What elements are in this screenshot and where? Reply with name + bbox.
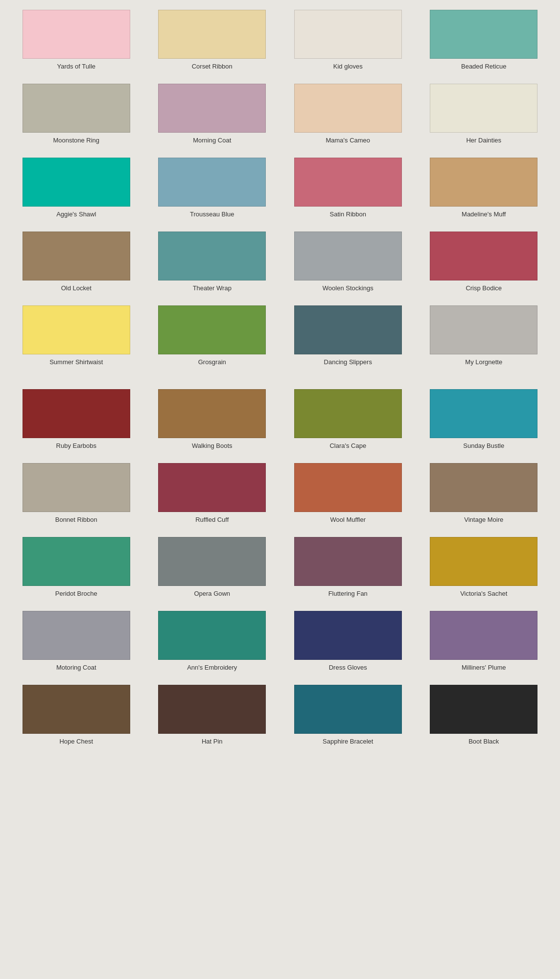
color-item-summer-shirtwaist[interactable]: Summer Shirtwaist [11, 305, 142, 366]
color-label-ruby-earbobs: Ruby Earbobs [56, 442, 96, 449]
color-swatch-sapphire-bracelet [294, 685, 402, 734]
color-item-corset-ribbon[interactable]: Corset Ribbon [147, 10, 278, 70]
color-swatch-old-locket [23, 232, 130, 280]
color-item-yards-of-tulle[interactable]: Yards of Tulle [11, 10, 142, 70]
color-swatch-satin-ribbon [294, 158, 402, 207]
color-swatch-fluttering-fan [294, 537, 402, 586]
color-label-kid-gloves: Kid gloves [333, 63, 363, 70]
color-item-woolen-stockings[interactable]: Woolen Stockings [282, 232, 414, 292]
color-label-sunday-bustle: Sunday Bustle [463, 442, 504, 449]
color-swatch-bonnet-ribbon [23, 463, 130, 512]
color-swatch-sunday-bustle [430, 389, 537, 438]
color-label-milliners-plume: Milliners' Plume [462, 664, 506, 671]
color-swatch-aggies-shawl [23, 158, 130, 207]
color-swatch-trousseau-blue [158, 158, 266, 207]
color-swatch-hope-chest [23, 685, 130, 734]
row-spacer [11, 379, 549, 384]
color-item-sapphire-bracelet[interactable]: Sapphire Bracelet [282, 685, 414, 745]
color-item-walking-boots[interactable]: Walking Boots [147, 389, 278, 449]
color-label-old-locket: Old Locket [61, 284, 92, 292]
color-label-grosgrain: Grosgrain [198, 358, 226, 366]
color-item-bonnet-ribbon[interactable]: Bonnet Ribbon [11, 463, 142, 523]
color-item-beaded-reticue[interactable]: Beaded Reticue [419, 10, 550, 70]
color-item-vintage-moire[interactable]: Vintage Moire [419, 463, 550, 523]
color-item-sunday-bustle[interactable]: Sunday Bustle [419, 389, 550, 449]
color-item-hat-pin[interactable]: Hat Pin [147, 685, 278, 745]
color-swatch-boot-black [430, 685, 537, 734]
color-label-fluttering-fan: Fluttering Fan [328, 590, 368, 597]
color-label-walking-boots: Walking Boots [192, 442, 233, 449]
color-item-moonstone-ring[interactable]: Moonstone Ring [11, 84, 142, 144]
color-item-peridot-broche[interactable]: Peridot Broche [11, 537, 142, 597]
color-swatch-hat-pin [158, 685, 266, 734]
color-label-crisp-bodice: Crisp Bodice [466, 284, 502, 292]
color-item-hope-chest[interactable]: Hope Chest [11, 685, 142, 745]
color-item-theater-wrap[interactable]: Theater Wrap [147, 232, 278, 292]
color-item-her-dainties[interactable]: Her Dainties [419, 84, 550, 144]
color-swatch-yards-of-tulle [23, 10, 130, 59]
color-swatch-milliners-plume [430, 611, 537, 660]
color-swatch-beaded-reticue [430, 10, 537, 59]
color-swatch-motoring-coat [23, 611, 130, 660]
color-swatch-vintage-moire [430, 463, 537, 512]
color-label-hope-chest: Hope Chest [59, 738, 93, 745]
color-item-madelines-muff[interactable]: Madeline's Muff [419, 158, 550, 218]
color-item-kid-gloves[interactable]: Kid gloves [282, 10, 414, 70]
color-label-dancing-slippers: Dancing Slippers [324, 358, 372, 366]
color-item-trousseau-blue[interactable]: Trousseau Blue [147, 158, 278, 218]
color-swatch-ruby-earbobs [23, 389, 130, 438]
color-swatch-summer-shirtwaist [23, 305, 130, 354]
color-item-boot-black[interactable]: Boot Black [419, 685, 550, 745]
color-swatch-grosgrain [158, 305, 266, 354]
color-item-grosgrain[interactable]: Grosgrain [147, 305, 278, 366]
color-label-moonstone-ring: Moonstone Ring [53, 137, 99, 144]
color-label-opera-gown: Opera Gown [194, 590, 230, 597]
color-item-morning-coat[interactable]: Morning Coat [147, 84, 278, 144]
color-item-crisp-bodice[interactable]: Crisp Bodice [419, 232, 550, 292]
color-item-mamas-cameo[interactable]: Mama's Cameo [282, 84, 414, 144]
color-item-motoring-coat[interactable]: Motoring Coat [11, 611, 142, 671]
color-item-anns-embroidery[interactable]: Ann's Embroidery [147, 611, 278, 671]
color-item-ruby-earbobs[interactable]: Ruby Earbobs [11, 389, 142, 449]
color-label-yards-of-tulle: Yards of Tulle [57, 63, 95, 70]
color-swatch-victorias-sachet [430, 537, 537, 586]
color-swatch-crisp-bodice [430, 232, 537, 280]
color-label-my-lorgnette: My Lorgnette [465, 358, 502, 366]
color-item-dress-gloves[interactable]: Dress Gloves [282, 611, 414, 671]
color-swatch-moonstone-ring [23, 84, 130, 133]
color-label-bonnet-ribbon: Bonnet Ribbon [55, 516, 97, 523]
color-item-fluttering-fan[interactable]: Fluttering Fan [282, 537, 414, 597]
color-label-peridot-broche: Peridot Broche [55, 590, 97, 597]
color-swatch-dancing-slippers [294, 305, 402, 354]
color-item-wool-muffler[interactable]: Wool Muffler [282, 463, 414, 523]
color-swatch-woolen-stockings [294, 232, 402, 280]
color-item-dancing-slippers[interactable]: Dancing Slippers [282, 305, 414, 366]
color-label-corset-ribbon: Corset Ribbon [192, 63, 233, 70]
color-label-dress-gloves: Dress Gloves [329, 664, 367, 671]
color-label-victorias-sachet: Victoria's Sachet [460, 590, 507, 597]
color-item-satin-ribbon[interactable]: Satin Ribbon [282, 158, 414, 218]
color-item-ruffled-cuff[interactable]: Ruffled Cuff [147, 463, 278, 523]
color-label-boot-black: Boot Black [468, 738, 499, 745]
color-label-hat-pin: Hat Pin [202, 738, 223, 745]
color-item-milliners-plume[interactable]: Milliners' Plume [419, 611, 550, 671]
color-item-opera-gown[interactable]: Opera Gown [147, 537, 278, 597]
color-label-ruffled-cuff: Ruffled Cuff [195, 516, 229, 523]
color-item-claras-cape[interactable]: Clara's Cape [282, 389, 414, 449]
color-swatch-ruffled-cuff [158, 463, 266, 512]
color-label-anns-embroidery: Ann's Embroidery [187, 664, 237, 671]
color-swatch-her-dainties [430, 84, 537, 133]
color-swatch-dress-gloves [294, 611, 402, 660]
color-item-victorias-sachet[interactable]: Victoria's Sachet [419, 537, 550, 597]
color-item-old-locket[interactable]: Old Locket [11, 232, 142, 292]
color-label-vintage-moire: Vintage Moire [464, 516, 503, 523]
color-swatch-madelines-muff [430, 158, 537, 207]
color-label-satin-ribbon: Satin Ribbon [330, 210, 366, 218]
color-item-my-lorgnette[interactable]: My Lorgnette [419, 305, 550, 366]
color-swatch-morning-coat [158, 84, 266, 133]
color-label-trousseau-blue: Trousseau Blue [190, 210, 234, 218]
color-label-morning-coat: Morning Coat [193, 137, 231, 144]
color-label-beaded-reticue: Beaded Reticue [461, 63, 507, 70]
color-swatch-wool-muffler [294, 463, 402, 512]
color-item-aggies-shawl[interactable]: Aggie's Shawl [11, 158, 142, 218]
